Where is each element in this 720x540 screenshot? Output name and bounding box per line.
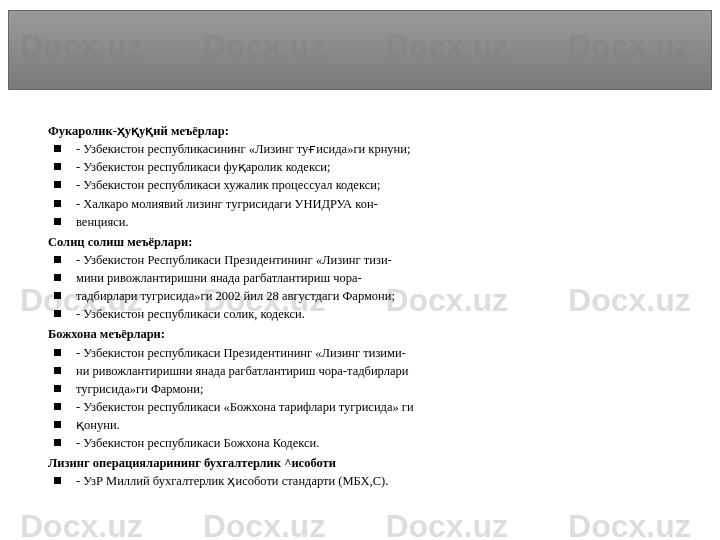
list-item: - Узбекистон республикаси хужалик процес…	[48, 176, 700, 194]
document-content: Фукаролик-ҳуқуқий меъёрлар: - Узбекистон…	[48, 120, 700, 491]
header-bar	[8, 10, 712, 90]
list-item: - Узбекистон республикаси солик, кодекси…	[48, 305, 700, 323]
section-list: - Узбекистон республикаси Президентининг…	[48, 344, 700, 453]
list-item: - Халкаро молиявий лизинг тугрисидаги УН…	[48, 195, 700, 213]
list-item: - Узбекистон республикаси «Божхона тариф…	[48, 398, 700, 416]
list-item: қонуни.	[48, 416, 700, 434]
list-item: венцияси.	[48, 213, 700, 231]
section-heading: Солиц солиш меъёрлари:	[48, 233, 700, 251]
list-item: - Узбекистон республикаси Божхона Кодекс…	[48, 434, 700, 452]
list-item: мини ривожлантиришни янада рагбатлантири…	[48, 269, 700, 287]
section-heading: Божхона меъёрлари:	[48, 325, 700, 343]
list-item: - УзР Миллий бухгалтерлик ҳисоботи станд…	[48, 472, 700, 490]
section-list: - УзР Миллий бухгалтерлик ҳисоботи станд…	[48, 472, 700, 490]
section-list: - Узбекистон республикасининг «Лизинг ту…	[48, 140, 700, 231]
list-item: - Узбекистон республикаси Президентининг…	[48, 344, 700, 362]
section-list: - Узбекистон Республикаси Президентининг…	[48, 251, 700, 324]
list-item: тадбирлари тугрисида»ги 2002 йил 28 авгу…	[48, 287, 700, 305]
list-item: тугрисида»ги Фармони;	[48, 380, 700, 398]
watermark-bot: Docx.uz Docx.uz Docx.uz Docx.uz	[0, 508, 720, 540]
list-item: - Узбекистон Республикаси Президентининг…	[48, 251, 700, 269]
section-heading: Фукаролик-ҳуқуқий меъёрлар:	[48, 122, 700, 140]
list-item: - Узбекистон республикасининг «Лизинг ту…	[48, 140, 700, 158]
list-item: ни ривожлантиришни янада рагбатлантириш …	[48, 362, 700, 380]
section-heading: Лизинг операцияларининг бухгалтерлик ^ис…	[48, 454, 700, 472]
list-item: - Узбекистон республикаси фуқаролик коде…	[48, 158, 700, 176]
